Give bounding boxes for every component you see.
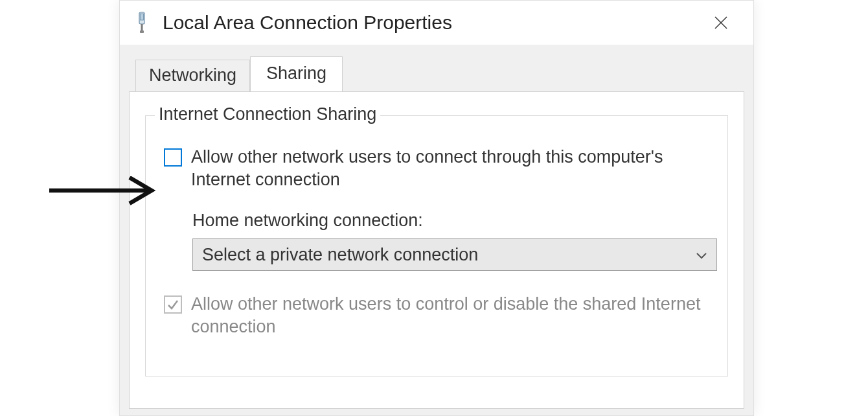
svg-rect-1 [141,14,144,20]
checkmark-icon [166,298,179,311]
home-networking-dropdown[interactable]: Select a private network connection [192,238,717,271]
dialog-title: Local Area Connection Properties [163,12,708,34]
allow-control-checkbox [164,295,182,314]
properties-dialog: Local Area Connection Properties Network… [119,0,754,416]
tab-panel-sharing: Internet Connection Sharing Allow other … [129,91,744,409]
titlebar: Local Area Connection Properties [120,1,753,45]
tab-networking[interactable]: Networking [135,60,250,92]
chevron-down-icon [696,248,707,262]
svg-rect-2 [141,24,143,30]
tab-sharing[interactable]: Sharing [250,56,343,91]
close-button[interactable] [708,10,734,36]
allow-connect-label: Allow other network users to connect thr… [191,146,709,191]
close-icon [713,15,729,30]
dropdown-value: Select a private network connection [202,245,478,265]
tab-label: Sharing [266,64,326,83]
tab-label: Networking [149,65,236,85]
content-area: Networking Sharing Internet Connection S… [120,45,753,415]
groupbox-title: Internet Connection Sharing [155,104,380,124]
allow-control-label: Allow other network users to control or … [191,293,709,338]
home-networking-label: Home networking connection: [192,211,709,231]
tab-strip: Networking Sharing [135,56,744,91]
network-adapter-icon [133,10,151,35]
allow-connect-checkbox[interactable] [164,148,182,167]
svg-rect-3 [140,30,144,33]
allow-connect-row: Allow other network users to connect thr… [164,146,709,191]
group-internet-connection-sharing: Internet Connection Sharing Allow other … [145,115,728,376]
allow-control-row: Allow other network users to control or … [164,293,709,338]
